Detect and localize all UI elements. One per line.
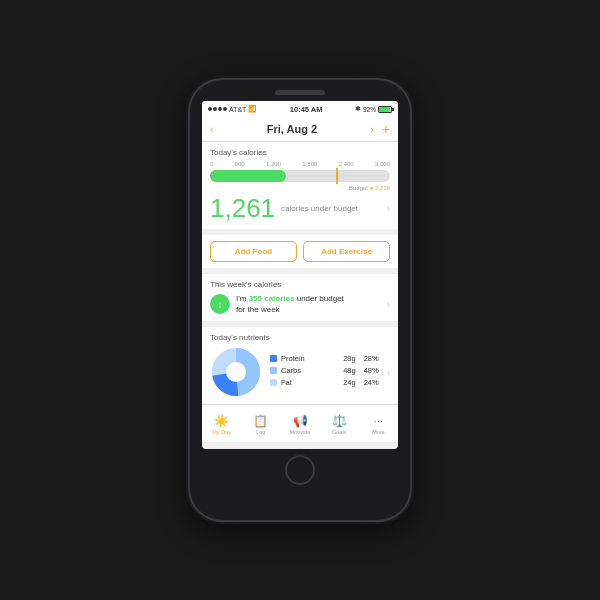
nutrients-content[interactable]: Protein 28g 28% Carbs 48g 48% Fat 24g <box>210 346 390 398</box>
motivate-icon: 📢 <box>293 414 308 428</box>
scale-3000: 3,000 <box>375 161 390 167</box>
signal-dots <box>208 107 227 111</box>
protein-dot <box>270 355 277 362</box>
protein-label: Protein <box>281 354 339 363</box>
nutrient-row-fat: Fat 24g 24% <box>270 378 379 387</box>
tab-motivate[interactable]: 📢 Motivate <box>280 414 319 435</box>
calories-under-budget-text: calories under budget <box>281 204 387 213</box>
nutrient-row-protein: Protein 28g 28% <box>270 354 379 363</box>
calories-section: Today's calories 0 600 1,200 1,800 2,400… <box>202 142 398 235</box>
tab-bar: ☀️ My Day 📋 Log 📢 Motivate ⚖️ Goals ··· … <box>202 404 398 442</box>
scale-1800: 1,800 <box>302 161 317 167</box>
weekly-section-title: This week's calories <box>210 280 390 289</box>
weekly-text: I'm 355 calories under budgetfor the wee… <box>236 293 381 315</box>
tab-goals[interactable]: ⚖️ Goals <box>320 414 359 435</box>
battery-icon <box>378 106 392 113</box>
carrier-label: AT&T <box>229 106 246 113</box>
home-button[interactable] <box>285 455 315 485</box>
battery-pct: 92% <box>363 106 376 113</box>
scale-2400: 2,400 <box>339 161 354 167</box>
battery-fill <box>379 107 390 112</box>
carbs-pct: 48% <box>364 366 379 375</box>
weekly-down-icon: ↓ <box>210 294 230 314</box>
carbs-amount: 48g <box>343 366 356 375</box>
weekly-chevron-icon: › <box>387 299 390 310</box>
add-entry-button[interactable]: + <box>382 121 390 137</box>
calorie-bar-fill <box>210 170 286 182</box>
carbs-dot <box>270 367 277 374</box>
action-buttons: Add Food Add Exercise <box>202 235 398 274</box>
fat-label: Fat <box>281 378 339 387</box>
phone-speaker <box>275 90 325 95</box>
my-day-icon: ☀️ <box>214 414 229 428</box>
tab-my-day[interactable]: ☀️ My Day <box>202 414 241 435</box>
budget-dot: ● <box>370 185 374 191</box>
status-time: 10:45 AM <box>290 105 323 114</box>
tab-more[interactable]: ··· More <box>359 414 398 435</box>
budget-value: 2,218 <box>375 185 390 191</box>
prev-day-button[interactable]: ‹ <box>210 123 214 135</box>
budget-text: Budget <box>349 185 368 191</box>
fat-pct: 24% <box>364 378 379 387</box>
status-bar: AT&T 📶 10:45 AM ✱ 92% <box>202 101 398 117</box>
phone-screen: AT&T 📶 10:45 AM ✱ 92% ‹ Fri, Aug 2 › + T… <box>202 101 398 449</box>
weekly-content[interactable]: ↓ I'm 355 calories under budgetfor the w… <box>210 293 390 315</box>
protein-pct: 28% <box>364 354 379 363</box>
log-icon: 📋 <box>253 414 268 428</box>
calorie-scale: 0 600 1,200 1,800 2,400 3,000 <box>210 161 390 167</box>
log-label: Log <box>256 429 265 435</box>
my-day-label: My Day <box>212 429 231 435</box>
fat-dot <box>270 379 277 386</box>
status-left: AT&T 📶 <box>208 105 257 113</box>
calories-consumed: 1,261 <box>210 195 275 221</box>
scale-0: 0 <box>210 161 213 167</box>
nutrients-list: Protein 28g 28% Carbs 48g 48% Fat 24g <box>270 354 379 390</box>
scale-1200: 1,200 <box>266 161 281 167</box>
nutrients-section: Today's nutrients Protein <box>202 327 398 404</box>
nutrients-pie-chart <box>210 346 262 398</box>
nav-bar: ‹ Fri, Aug 2 › + <box>202 117 398 142</box>
goals-icon: ⚖️ <box>332 414 347 428</box>
svg-point-3 <box>226 362 246 382</box>
next-day-button[interactable]: › <box>370 123 374 135</box>
protein-amount: 28g <box>343 354 356 363</box>
phone-frame: AT&T 📶 10:45 AM ✱ 92% ‹ Fri, Aug 2 › + T… <box>190 80 410 520</box>
tab-log[interactable]: 📋 Log <box>241 414 280 435</box>
bluetooth-icon: ✱ <box>355 105 361 113</box>
calories-chevron-icon: › <box>387 203 390 214</box>
nutrient-row-carbs: Carbs 48g 48% <box>270 366 379 375</box>
add-exercise-button[interactable]: Add Exercise <box>303 241 390 262</box>
calorie-summary[interactable]: 1,261 calories under budget › <box>210 195 390 221</box>
wifi-icon: 📶 <box>248 105 257 113</box>
status-right: ✱ 92% <box>355 105 392 113</box>
carbs-label: Carbs <box>281 366 339 375</box>
nutrients-section-title: Today's nutrients <box>210 333 390 342</box>
more-label: More <box>372 429 385 435</box>
calories-section-title: Today's calories <box>210 148 390 157</box>
scale-600: 600 <box>235 161 245 167</box>
weekly-calories-section: This week's calories ↓ I'm 355 calories … <box>202 274 398 327</box>
budget-label: Budget ● 2,218 <box>210 185 390 191</box>
weekly-calories-highlight: 355 calories <box>249 294 295 303</box>
calorie-progress-bar <box>210 170 390 182</box>
nutrients-chevron-icon: › <box>387 367 390 378</box>
fat-amount: 24g <box>343 378 356 387</box>
budget-marker <box>336 168 338 184</box>
more-icon: ··· <box>373 414 383 428</box>
goals-label: Goals <box>332 429 346 435</box>
add-food-button[interactable]: Add Food <box>210 241 297 262</box>
current-date: Fri, Aug 2 <box>222 123 362 135</box>
motivate-label: Motivate <box>290 429 311 435</box>
